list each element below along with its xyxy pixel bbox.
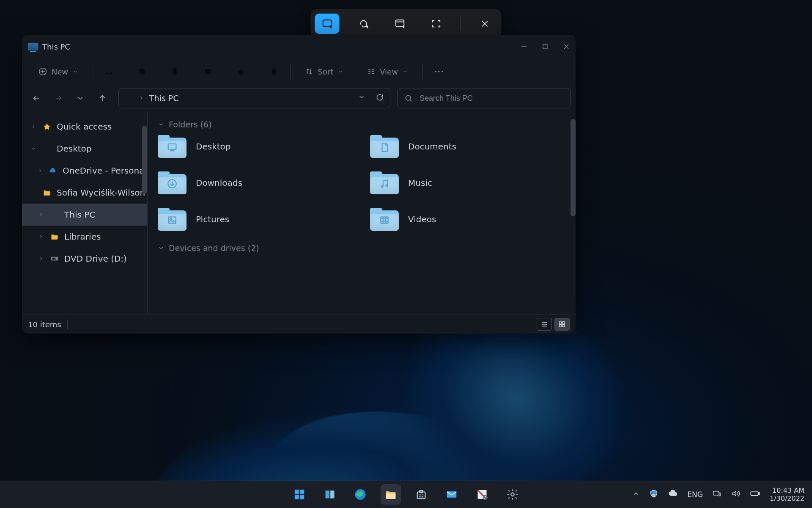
sidebar-item-quick-access[interactable]: Quick access (22, 116, 147, 138)
group-header-folders[interactable]: Folders (6) (158, 120, 565, 129)
sidebar-item-libraries[interactable]: Libraries (22, 226, 147, 248)
back-button[interactable] (31, 93, 41, 103)
settings-button[interactable] (502, 484, 523, 505)
svg-rect-79 (419, 494, 421, 496)
paste-button[interactable] (169, 66, 181, 77)
folder-icon (370, 135, 399, 158)
snip-window-button[interactable] (388, 14, 412, 34)
svg-point-48 (56, 258, 57, 260)
onedrive-icon[interactable] (668, 489, 678, 500)
language-indicator[interactable]: ENG (687, 490, 703, 499)
svg-rect-76 (386, 494, 396, 499)
chevron-icon (37, 168, 43, 174)
minimize-button[interactable] (520, 42, 528, 51)
titlebar[interactable]: This PC (22, 35, 576, 58)
content-scrollbar[interactable] (571, 119, 576, 216)
sidebar-item-dvd-drive-d-[interactable]: DVD Drive (D:) (22, 248, 147, 270)
sidebar-item-label: This PC (64, 210, 95, 220)
svg-point-21 (106, 72, 108, 75)
network-icon[interactable] (712, 489, 721, 500)
share-button[interactable] (235, 66, 247, 77)
svg-rect-65 (560, 322, 562, 324)
close-button[interactable] (562, 42, 571, 51)
search-input[interactable] (419, 94, 563, 103)
snip-fullscreen-button[interactable] (424, 14, 449, 34)
delete-button[interactable] (268, 66, 280, 77)
svg-rect-72 (300, 495, 304, 499)
svg-line-24 (107, 69, 110, 73)
content-pane: Folders (6) DesktopDocumentsDownloadsMus… (148, 111, 576, 315)
recent-button[interactable] (75, 93, 85, 103)
folder-downloads[interactable]: Downloads (158, 171, 353, 194)
breadcrumb[interactable]: This PC (149, 94, 179, 103)
microsoft-store-button[interactable] (411, 484, 431, 505)
volume-icon[interactable] (731, 489, 740, 500)
group-header-folders-label: Folders (6) (169, 120, 212, 129)
star-icon (42, 122, 52, 131)
sidebar-scrollbar[interactable] (142, 126, 147, 193)
group-header-devices[interactable]: Devices and drives (2) (158, 243, 565, 253)
sidebar-item-label: Quick access (57, 121, 112, 132)
battery-icon[interactable] (749, 488, 760, 501)
cut-button[interactable] (103, 66, 115, 77)
sort-button[interactable]: Sort (301, 63, 348, 80)
start-button[interactable] (289, 484, 310, 505)
task-view-button[interactable] (320, 484, 340, 505)
folder-label: Music (408, 178, 432, 188)
address-bar[interactable]: This PC (118, 88, 390, 108)
tray-overflow-button[interactable] (632, 490, 640, 499)
view-button[interactable]: View (363, 63, 412, 80)
svg-rect-80 (422, 494, 423, 496)
rename-button[interactable] (202, 66, 214, 77)
chevron-icon (37, 234, 45, 240)
clock[interactable]: 10:43 AM 1/30/2022 (770, 486, 804, 502)
window-title: This PC (42, 42, 70, 51)
snip-close-button[interactable] (473, 14, 497, 34)
sidebar-item-desktop[interactable]: Desktop (22, 138, 147, 160)
snipping-tool-button[interactable] (472, 484, 492, 505)
mail-button[interactable] (442, 484, 462, 505)
sidebar-item-onedrive-personal[interactable]: OneDrive - Personal (22, 160, 147, 182)
svg-rect-70 (300, 490, 304, 494)
svg-rect-89 (751, 492, 758, 496)
details-view-button[interactable] (537, 318, 552, 331)
svg-rect-67 (560, 325, 562, 327)
sidebar-item-label: Sofia Wyciślik-Wilson (57, 188, 145, 198)
file-explorer-button[interactable] (381, 484, 401, 505)
search-box[interactable] (397, 88, 571, 108)
maximize-button[interactable] (541, 42, 549, 51)
svg-point-54 (386, 185, 387, 186)
forward-button[interactable] (53, 93, 63, 103)
refresh-button[interactable] (376, 93, 384, 103)
folder-desktop[interactable]: Desktop (158, 135, 353, 158)
svg-rect-71 (295, 495, 299, 499)
svg-rect-55 (168, 217, 176, 224)
copy-button[interactable] (136, 66, 148, 77)
security-icon[interactable] (649, 489, 658, 500)
sidebar-item-sofia-wyci-lik-wilson[interactable]: Sofia Wyciślik-Wilson (22, 182, 147, 204)
svg-point-38 (435, 71, 436, 72)
folder-music[interactable]: Music (370, 171, 565, 194)
folder-icon (158, 208, 187, 231)
chevron-icon (30, 146, 37, 152)
more-button[interactable] (433, 66, 445, 77)
up-button[interactable] (97, 93, 107, 103)
edge-button[interactable] (350, 484, 370, 505)
svg-rect-27 (173, 69, 178, 75)
folder-documents[interactable]: Documents (370, 135, 565, 158)
tiles-view-button[interactable] (554, 318, 570, 331)
snip-rectangle-button[interactable] (315, 14, 340, 34)
new-button[interactable]: New (34, 63, 82, 80)
chevron-right-icon (138, 94, 144, 102)
svg-rect-26 (139, 69, 144, 73)
history-dropdown[interactable] (358, 93, 365, 103)
snipping-toolbar (311, 9, 502, 38)
svg-rect-28 (174, 68, 177, 69)
chevron-icon (30, 124, 37, 130)
snip-freeform-button[interactable] (351, 14, 376, 34)
svg-rect-74 (330, 491, 334, 499)
sidebar-item-this-pc[interactable]: This PC (22, 204, 147, 226)
folder-videos[interactable]: Videos (370, 208, 565, 231)
folder-pictures[interactable]: Pictures (158, 208, 353, 231)
svg-rect-83 (447, 491, 457, 498)
